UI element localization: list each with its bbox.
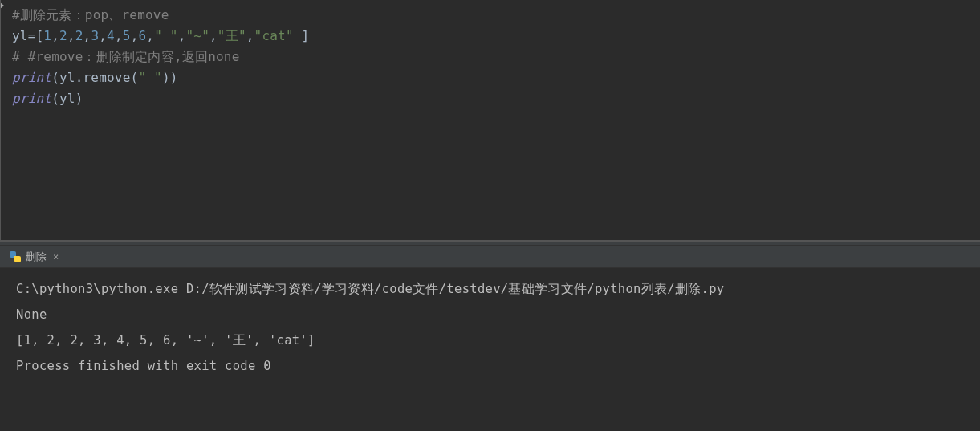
comma: , xyxy=(67,28,75,43)
operator: = xyxy=(28,28,36,43)
identifier: yl xyxy=(59,70,75,85)
console-exit-line: Process finished with exit code 0 xyxy=(16,353,964,379)
code-line[interactable]: # #remove：删除制定内容,返回none xyxy=(1,47,980,67)
python-file-icon xyxy=(10,251,21,262)
string: " " xyxy=(138,70,162,85)
string: " " xyxy=(154,28,178,43)
comma: , xyxy=(146,28,154,43)
builtin: print xyxy=(12,70,51,85)
paren: ( xyxy=(131,70,139,85)
number: 1 xyxy=(43,28,51,43)
builtin: print xyxy=(12,91,51,106)
run-tab[interactable]: 删除 × xyxy=(5,248,65,266)
comment-text: #删除元素：pop、remove xyxy=(12,7,169,22)
comma: , xyxy=(246,28,254,43)
comma: , xyxy=(209,28,218,43)
console-output-line: [1, 2, 2, 3, 4, 5, 6, '~', '王', 'cat'] xyxy=(16,327,964,353)
close-tab-icon[interactable]: × xyxy=(51,251,60,262)
space xyxy=(294,28,302,43)
code-line[interactable]: #删除元素：pop、remove xyxy=(1,5,980,26)
number: 2 xyxy=(59,28,67,43)
gutter-run-marker-icon[interactable] xyxy=(1,0,9,11)
run-tool-tabbar: 删除 × xyxy=(0,246,980,268)
string: "cat" xyxy=(254,28,294,43)
console-output-line: None xyxy=(16,302,964,327)
code-line[interactable]: yl=[1,2,2,3,4,5,6," ","~","王","cat" ] xyxy=(1,26,980,47)
string: "王" xyxy=(218,28,246,43)
identifier: yl xyxy=(59,91,75,106)
comma: , xyxy=(131,28,139,43)
number: 4 xyxy=(107,28,115,43)
number: 2 xyxy=(75,28,83,43)
bracket: ] xyxy=(302,28,310,43)
bracket: [ xyxy=(36,28,44,43)
string: "~" xyxy=(186,28,210,43)
run-console[interactable]: C:\python3\python.exe D:/软件测试学习资料/学习资料/c… xyxy=(0,268,980,431)
comma: , xyxy=(99,28,107,43)
comma: , xyxy=(178,28,186,43)
paren: ) xyxy=(170,70,178,85)
paren: ) xyxy=(162,70,170,85)
console-command-line: C:\python3\python.exe D:/软件测试学习资料/学习资料/c… xyxy=(16,276,964,302)
code-editor[interactable]: #删除元素：pop、remove yl=[1,2,2,3,4,5,6," ","… xyxy=(0,0,980,241)
comma: , xyxy=(51,28,59,43)
paren: ( xyxy=(51,70,59,85)
run-tab-title: 删除 xyxy=(26,250,47,264)
dot: . xyxy=(75,70,83,85)
code-line[interactable]: print(yl.remove(" ")) xyxy=(1,67,980,88)
comma: , xyxy=(115,28,123,43)
identifier: yl xyxy=(12,28,28,43)
comment-text: # #remove：删除制定内容,返回none xyxy=(12,49,239,64)
comma: , xyxy=(83,28,91,43)
number: 6 xyxy=(138,28,146,43)
number: 3 xyxy=(91,28,99,43)
paren: ( xyxy=(51,91,59,106)
paren: ) xyxy=(75,91,83,106)
number: 5 xyxy=(123,28,131,43)
method: remove xyxy=(83,70,131,85)
code-line[interactable]: print(yl) xyxy=(1,88,980,109)
